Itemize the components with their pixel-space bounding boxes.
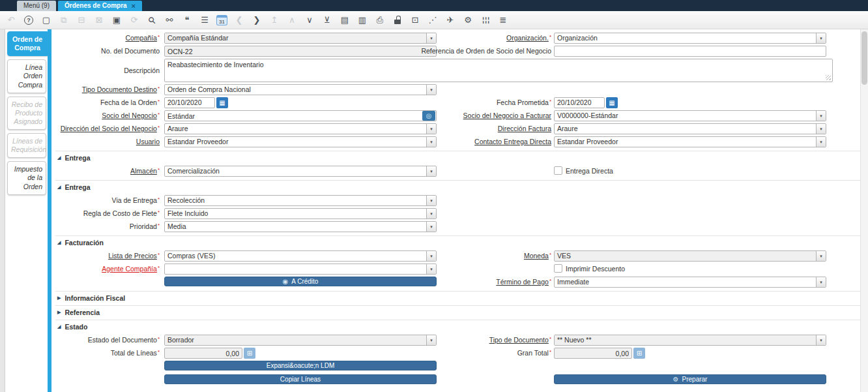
chevron-down-icon[interactable]: ▾ — [426, 124, 436, 134]
chevron-down-icon[interactable]: ▾ — [816, 251, 826, 261]
chevron-down-icon[interactable]: ▾ — [426, 33, 436, 43]
expansion-ldm-button[interactable]: Expansi&oacute;n LDM — [164, 361, 437, 370]
chevron-down-icon[interactable]: ▾ — [426, 222, 436, 232]
print-icon[interactable]: ⎙ — [374, 14, 386, 26]
organizacion-select[interactable]: Organización▾ — [554, 33, 826, 44]
down-icon[interactable]: ∨ — [304, 14, 315, 26]
regla-flete-select[interactable]: Flete Incluido▾ — [164, 208, 437, 219]
estado-documento-select[interactable]: Borrador▾ — [164, 335, 437, 346]
chevron-down-icon[interactable]: ▾ — [816, 124, 826, 134]
chevron-down-icon[interactable]: ▾ — [816, 33, 826, 43]
collapse-icon[interactable]: ◢ — [57, 240, 61, 245]
calendar-picker-icon[interactable]: ▦ — [216, 97, 228, 108]
send-icon[interactable]: ✈ — [444, 14, 456, 26]
chevron-down-icon[interactable]: ▾ — [816, 335, 826, 345]
tipo-documento-select[interactable]: ** Nuevo **▾ — [554, 335, 826, 346]
section-referencia[interactable]: ▶Referencia — [57, 309, 860, 316]
save-icon[interactable]: ▣ — [111, 14, 123, 26]
tab-linea-orden-compra[interactable]: Línea Orden Compra — [7, 59, 46, 93]
chevron-right-icon[interactable]: ❯ — [251, 14, 263, 26]
tab-orden-de-compra[interactable]: Orden de Compra — [7, 31, 48, 56]
chevron-down-icon[interactable]: ▾ — [426, 137, 436, 147]
collapse-icon[interactable]: ◢ — [57, 324, 61, 329]
copiar-lineas-button[interactable]: Copiar Líneas — [164, 374, 437, 384]
gran-total-input[interactable]: 0,00 — [554, 348, 632, 359]
prioridad-select[interactable]: Media▾ — [164, 221, 437, 232]
chevron-down-icon[interactable]: ▾ — [816, 277, 826, 287]
termino-pago-select[interactable]: Immediate▾ — [554, 277, 826, 288]
chevron-down-icon[interactable]: ▾ — [816, 111, 826, 121]
attachment-icon[interactable]: ⚯ — [164, 14, 175, 26]
direccion-factura-select[interactable]: Araure▾ — [554, 123, 826, 134]
help-icon[interactable]: ? — [24, 16, 33, 25]
record-info-icon[interactable]: ◎ — [422, 111, 435, 121]
section-divider — [55, 151, 860, 151]
find-icon[interactable]: ⚲ — [143, 12, 160, 28]
barcode-icon[interactable]: ☷ — [480, 14, 491, 26]
chevron-down-icon[interactable]: ▾ — [426, 209, 436, 219]
total-lineas-input[interactable]: 0,00 — [164, 348, 242, 359]
close-tab-icon[interactable]: × — [132, 1, 136, 11]
chevron-down-icon[interactable]: ▾ — [816, 137, 826, 147]
chevron-down-icon[interactable]: ▾ — [426, 264, 436, 274]
ordenes-de-compra-tab[interactable]: Órdenes de Compra × — [58, 1, 142, 11]
entrega-directa-label: Entrega Directa — [566, 167, 613, 175]
vertical-scrollbar[interactable] — [860, 29, 868, 392]
lock-icon[interactable] — [392, 14, 403, 26]
fecha-orden-input[interactable]: 20/10/2020 — [164, 97, 215, 108]
socio-facturar-select[interactable]: V0000000-Estándar▾ — [554, 110, 826, 121]
no-documento-input[interactable]: OCN-22 — [164, 46, 437, 57]
tipo-doc-destino-select[interactable]: Orden de Compra Nacional▾ — [164, 84, 437, 95]
tab-impuesto-de-la-orden[interactable]: Impuesto de la Orden — [7, 161, 46, 194]
menu-tab[interactable]: Menú (9) — [17, 1, 56, 11]
agente-compania-select[interactable]: ▾ — [164, 264, 437, 275]
archive-icon[interactable]: ▥ — [356, 14, 368, 26]
section-estado[interactable]: ◢Estado — [57, 323, 860, 331]
grid-toggle-icon[interactable]: ☰ — [199, 14, 210, 26]
report-icon[interactable]: ▤ — [339, 14, 351, 26]
via-entrega-select[interactable]: Recolección▾ — [164, 195, 437, 206]
report-document-icon[interactable]: ≣ — [497, 14, 509, 26]
calculator-icon[interactable]: ⊞ — [244, 348, 255, 359]
chat-icon[interactable]: ❝ — [181, 14, 193, 26]
calendar-icon[interactable]: 31 — [216, 15, 227, 25]
moneda-select[interactable]: VES▾ — [554, 250, 826, 262]
section-entrega-1[interactable]: ◢Entrega — [57, 154, 860, 162]
workflow-icon[interactable]: ⋰ — [427, 14, 439, 26]
expand-icon[interactable]: ▶ — [57, 295, 61, 301]
contacto-entrega-select[interactable]: Estandar Proveedor▾ — [554, 136, 826, 147]
chevron-down-icon[interactable]: ▾ — [426, 335, 436, 345]
usuario-select[interactable]: Estandar Proveedor▾ — [164, 136, 437, 147]
compania-select[interactable]: Compañía Estándar▾ — [164, 33, 437, 44]
expand-icon[interactable]: ▶ — [57, 310, 61, 315]
calculator-icon[interactable]: ⊞ — [633, 348, 645, 359]
referencia-orden-input[interactable] — [554, 46, 826, 57]
descripcion-textarea[interactable]: Reabastecimiento de Inventario — [164, 59, 833, 82]
section-entrega-2[interactable]: ◢Entrega — [57, 183, 860, 191]
imprimir-descuento-checkbox[interactable] — [554, 264, 562, 273]
new-record-icon[interactable]: ▢ — [40, 14, 52, 26]
west-panel-edge[interactable] — [0, 29, 5, 392]
chevron-down-icon[interactable]: ▾ — [426, 85, 436, 95]
chevron-down-icon[interactable]: ▾ — [426, 251, 436, 261]
calendar-picker-icon[interactable]: ▦ — [606, 97, 618, 108]
scrollbar-thumb[interactable] — [861, 31, 867, 85]
process-icon[interactable]: ⚙ — [462, 14, 474, 26]
entrega-directa-checkbox[interactable] — [554, 166, 562, 175]
a-credito-button[interactable]: ◉A Crédito — [164, 277, 437, 286]
chevron-down-icon[interactable]: ▾ — [426, 166, 436, 176]
row-direcciones: Dirección del Socio del Negocio* Araure▾… — [55, 123, 860, 134]
fecha-prometida-input[interactable]: 20/10/2020 — [554, 97, 605, 108]
last-record-icon[interactable]: ⊻ — [321, 14, 333, 26]
preparar-button[interactable]: ⚙Preparar — [554, 374, 826, 384]
collapse-icon[interactable]: ◢ — [57, 185, 61, 190]
section-facturacion[interactable]: ◢Facturación — [57, 239, 860, 247]
document-search-icon[interactable]: ⊡ — [409, 14, 421, 26]
chevron-down-icon[interactable]: ▾ — [426, 196, 436, 205]
direccion-socio-select[interactable]: Araure▾ — [164, 123, 437, 134]
socio-negocio-input[interactable]: Estándar◎ — [164, 110, 437, 121]
section-informacion-fiscal[interactable]: ▶Información Fiscal — [57, 294, 860, 302]
collapse-icon[interactable]: ◢ — [57, 155, 61, 160]
almacen-select[interactable]: Comercialización▾ — [164, 166, 437, 177]
lista-precios-select[interactable]: Compras (VES)▾ — [164, 250, 437, 262]
